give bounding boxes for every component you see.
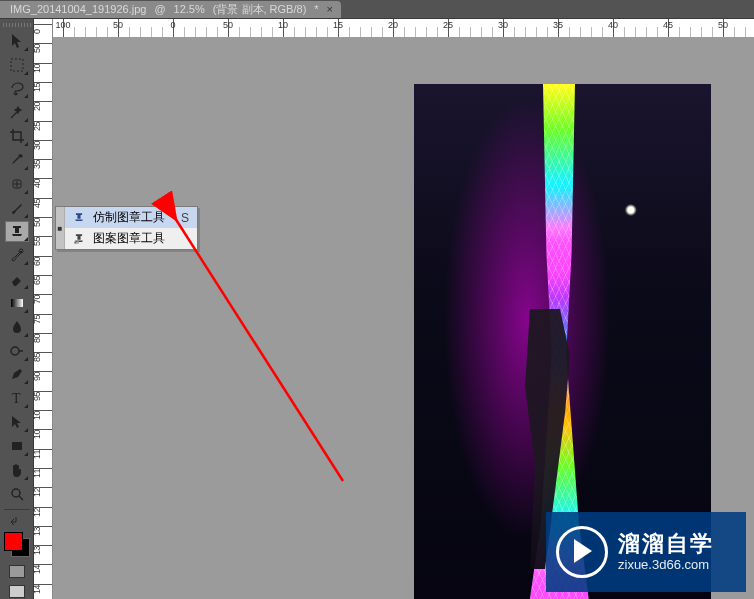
ruler-x-label: 35: [553, 20, 563, 30]
clone-stamp-tool[interactable]: [5, 221, 29, 243]
crop-tool[interactable]: [5, 125, 29, 147]
document-tab[interactable]: IMG_20141004_191926.jpg @ 12.5% (背景 副本, …: [0, 1, 341, 18]
flyout-item-pattern-stamp[interactable]: 图案图章工具: [65, 228, 197, 249]
ruler-y-label: 12: [32, 507, 42, 516]
flyout-drag-strip[interactable]: ■: [56, 207, 65, 249]
type-tool[interactable]: T: [5, 387, 29, 409]
svg-rect-8: [74, 241, 76, 243]
screen-mode-toggle[interactable]: [3, 582, 31, 599]
ruler-y-label: 75: [32, 314, 42, 323]
ruler-horizontal[interactable]: 10050050101520253035404550: [53, 19, 754, 38]
svg-text:T: T: [12, 391, 21, 406]
rectangle-shape-tool[interactable]: [5, 435, 29, 457]
ruler-y-label: 35: [32, 160, 42, 169]
ruler-y-label: 20: [32, 102, 42, 111]
ruler-y-label: 85: [32, 353, 42, 362]
watermark-url: zixue.3d66.com: [618, 557, 714, 573]
ruler-y-label: 30: [32, 141, 42, 150]
flyout-item-shortcut: S: [181, 211, 189, 225]
ruler-y-label: 12: [32, 488, 42, 497]
foreground-color[interactable]: [4, 532, 23, 551]
hand-tool[interactable]: [5, 459, 29, 481]
ruler-y-label: 10: [32, 411, 42, 420]
ruler-y-label: 95: [32, 392, 42, 401]
gradient-tool[interactable]: [5, 292, 29, 314]
ruler-y-label: 11: [32, 450, 42, 459]
ruler-y-label: 80: [32, 334, 42, 343]
ruler-x-label: 10: [278, 20, 288, 30]
ruler-y-label: 10: [32, 430, 42, 439]
svg-rect-9: [77, 241, 79, 243]
magic-wand-tool[interactable]: [5, 101, 29, 123]
ruler-y-label: 90: [32, 372, 42, 381]
ruler-y-label: 65: [32, 276, 42, 285]
ruler-x-label: 45: [663, 20, 673, 30]
ruler-y-label: 50: [32, 44, 42, 53]
ruler-vertical[interactable]: // placeholder: actual ticks generated b…: [34, 19, 53, 599]
flyout-item-clone-stamp[interactable]: 仿制图章工具 S: [65, 207, 197, 228]
ruler-y-label: 11: [32, 469, 42, 478]
play-icon: [556, 526, 608, 578]
marquee-tool[interactable]: [5, 54, 29, 76]
healing-brush-tool[interactable]: [5, 173, 29, 195]
tab-layer-info: 背景 副本, RGB/8: [216, 3, 302, 15]
eraser-tool[interactable]: [5, 268, 29, 290]
toolbox: T: [0, 19, 34, 599]
pattern-stamp-icon: [71, 232, 87, 246]
canvas-region: 10050050101520253035404550 ■ 仿制图章工具 S: [53, 19, 754, 599]
ruler-y-label: 10: [32, 64, 42, 73]
history-brush-tool[interactable]: [5, 244, 29, 266]
ruler-y-label: 45: [32, 199, 42, 208]
ruler-x-label: 0: [170, 20, 175, 30]
ruler-y-label: 14: [32, 565, 42, 574]
zoom-tool[interactable]: [5, 483, 29, 505]
stamp-icon: [71, 211, 87, 225]
path-selection-tool[interactable]: [5, 411, 29, 433]
pen-tool[interactable]: [5, 364, 29, 386]
ruler-y-label: 13: [32, 527, 42, 536]
tab-filename: IMG_20141004_191926.jpg: [10, 3, 146, 15]
svg-rect-6: [12, 442, 22, 450]
move-tool[interactable]: [5, 30, 29, 52]
tab-modified: *: [314, 3, 318, 15]
clone-stamp-flyout: ■ 仿制图章工具 S 图案图章工具: [55, 206, 198, 250]
brush-tool[interactable]: [5, 197, 29, 219]
close-icon[interactable]: ×: [327, 3, 333, 15]
tab-zoom: 12.5%: [174, 3, 205, 15]
ruler-y-label: 55: [32, 237, 42, 246]
svg-point-4: [11, 347, 19, 355]
eyedropper-tool[interactable]: [5, 149, 29, 171]
ruler-x-label: 100: [55, 20, 70, 30]
blur-tool[interactable]: [5, 316, 29, 338]
ruler-y-label: 40: [32, 179, 42, 188]
ruler-y-label: 13: [32, 546, 42, 555]
ruler-x-label: 50: [718, 20, 728, 30]
ruler-y-label: 25: [32, 121, 42, 130]
swap-colors-icon[interactable]: [5, 514, 29, 526]
watermark-title: 溜溜自学: [618, 531, 714, 557]
color-swatches[interactable]: [3, 531, 31, 559]
toolbox-drag-handle[interactable]: [3, 23, 31, 27]
quick-mask-toggle[interactable]: [3, 562, 31, 580]
ruler-x-label: 25: [443, 20, 453, 30]
ruler-x-label: 50: [113, 20, 123, 30]
flyout-item-label: 仿制图章工具: [93, 209, 165, 226]
ruler-y-label: 14: [32, 585, 42, 594]
ruler-y-label: 50: [32, 218, 42, 227]
ruler-y-label: 60: [32, 257, 42, 266]
ruler-x-label: 40: [608, 20, 618, 30]
ruler-x-label: 20: [388, 20, 398, 30]
watermark: 溜溜自学 zixue.3d66.com: [546, 512, 746, 592]
lasso-tool[interactable]: [5, 78, 29, 100]
flyout-item-label: 图案图章工具: [93, 230, 165, 247]
document-tab-strip: IMG_20141004_191926.jpg @ 12.5% (背景 副本, …: [0, 0, 754, 19]
ruler-y-label: 70: [32, 295, 42, 304]
dodge-tool[interactable]: [5, 340, 29, 362]
ruler-y-label: 0: [32, 29, 42, 34]
svg-point-7: [12, 489, 20, 497]
svg-rect-3: [11, 299, 23, 307]
svg-rect-0: [11, 59, 23, 71]
ruler-y-label: 15: [32, 83, 42, 92]
ruler-x-label: 15: [333, 20, 343, 30]
ruler-x-label: 30: [498, 20, 508, 30]
